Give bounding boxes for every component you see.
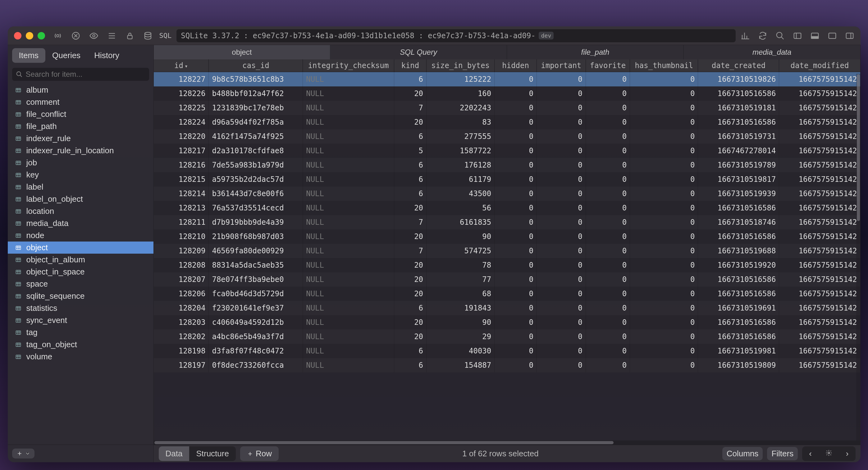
cell-kind[interactable]: 20 [394,287,426,301]
list-icon[interactable] [107,31,117,40]
sidebar-item-object_in_space[interactable]: object_in_space [8,266,153,278]
column-header-date_created[interactable]: date_created [698,59,779,72]
cell-date_created[interactable]: 1667310516586 [698,287,779,301]
cell-size_in_bytes[interactable]: 2202243 [427,101,495,115]
cell-date_modified[interactable]: 1667575915142 [779,158,860,172]
column-header-id[interactable]: id▾ [154,59,209,72]
cell-size_in_bytes[interactable]: 78 [427,258,495,272]
cell-kind[interactable]: 20 [394,229,426,244]
sidebar-item-comment[interactable]: comment [8,96,153,108]
cell-id[interactable]: 128211 [154,215,209,229]
cell-date_created[interactable]: 1667310519826 [698,72,779,86]
cell-size_in_bytes[interactable]: 40030 [427,344,495,358]
cell-integrity_checksum[interactable]: NULL [303,287,394,301]
cell-id[interactable]: 128216 [154,158,209,172]
cell-favorite[interactable]: 0 [586,172,630,186]
cell-has_thumbnail[interactable]: 0 [630,244,698,258]
cell-date_created[interactable]: 1667310516586 [698,315,779,329]
cell-date_modified[interactable]: 1667575915142 [779,287,860,301]
panel-right-icon[interactable] [845,31,854,40]
cell-cas_id[interactable]: 78e074ff3ba9ebe0 [209,272,303,287]
cell-size_in_bytes[interactable]: 68 [427,287,495,301]
cell-id[interactable]: 128207 [154,272,209,287]
cell-hidden[interactable]: 0 [495,201,537,215]
table-row[interactable]: 12820888314a5dac5aeb35NULL20780000166731… [154,258,861,272]
cell-hidden[interactable]: 0 [495,144,537,158]
cell-cas_id[interactable]: d3fa8f07f48c0472 [209,344,303,358]
cell-kind[interactable]: 20 [394,315,426,329]
cell-date_created[interactable]: 1667310518746 [698,215,779,229]
cell-cas_id[interactable]: 21b908f68b987d03 [209,229,303,244]
cell-id[interactable]: 128226 [154,86,209,101]
cell-date_modified[interactable]: 1667575915142 [779,272,860,287]
cell-favorite[interactable]: 0 [586,258,630,272]
cell-integrity_checksum[interactable]: NULL [303,144,394,158]
table-row[interactable]: 128204f230201641ef9e37NULL61918430000166… [154,301,861,315]
cell-favorite[interactable]: 0 [586,129,630,144]
cell-id[interactable]: 128215 [154,172,209,186]
sidebar-item-tag[interactable]: tag [8,326,153,339]
cell-size_in_bytes[interactable]: 160 [427,86,495,101]
cell-important[interactable]: 0 [536,158,586,172]
search-icon[interactable] [775,31,785,40]
cell-favorite[interactable]: 0 [586,229,630,244]
zoom-window-button[interactable] [38,32,45,39]
cell-size_in_bytes[interactable]: 176128 [427,158,495,172]
sidebar-tab-queries[interactable]: Queries [45,48,87,63]
cell-hidden[interactable]: 0 [495,329,537,344]
cell-hidden[interactable]: 0 [495,72,537,86]
minimize-window-button[interactable] [26,32,33,39]
cell-date_modified[interactable]: 1667575915142 [779,186,860,201]
cell-favorite[interactable]: 0 [586,329,630,344]
sidebar-search[interactable] [12,68,149,81]
cell-date_modified[interactable]: 1667575915142 [779,86,860,101]
cell-date_created[interactable]: 1667310519939 [698,186,779,201]
cell-hidden[interactable]: 0 [495,301,537,315]
column-header-integrity_checksum[interactable]: integrity_checksum [303,59,394,72]
cell-cas_id[interactable]: 88314a5dac5aeb35 [209,258,303,272]
close-window-button[interactable] [14,32,22,39]
table-row[interactable]: 1282167de55a983b1a979dNULL61761280000166… [154,158,861,172]
cell-kind[interactable]: 20 [394,329,426,344]
cell-date_modified[interactable]: 1667575915142 [779,329,860,344]
cell-date_modified[interactable]: 1667575915142 [779,244,860,258]
cell-kind[interactable]: 7 [394,215,426,229]
sidebar-tab-items[interactable]: Items [12,48,46,63]
cell-date_modified[interactable]: 1667575915142 [779,344,860,358]
cell-cas_id[interactable]: d7b919bbb9de4a39 [209,215,303,229]
cell-has_thumbnail[interactable]: 0 [630,229,698,244]
table-row[interactable]: 12820946569fa80de00929NULL75747250000166… [154,244,861,258]
cell-hidden[interactable]: 0 [495,258,537,272]
sidebar-item-statistics[interactable]: statistics [8,302,153,314]
cell-integrity_checksum[interactable]: NULL [303,72,394,86]
column-header-size_in_bytes[interactable]: size_in_bytes [427,59,495,72]
cell-favorite[interactable]: 0 [586,186,630,201]
cell-hidden[interactable]: 0 [495,86,537,101]
cell-kind[interactable]: 20 [394,272,426,287]
cell-cas_id[interactable]: f230201641ef9e37 [209,301,303,315]
cell-size_in_bytes[interactable]: 77 [427,272,495,287]
columns-button[interactable]: Columns [722,447,763,460]
cell-id[interactable]: 128209 [154,244,209,258]
cell-id[interactable]: 128210 [154,229,209,244]
table-row[interactable]: 1282279b8c578b3651c8b3NULL61252220000166… [154,72,861,86]
sidebar-item-label[interactable]: label [8,181,153,193]
table-row[interactable]: 128226b488bbf012a47f62NULL20160000016673… [154,86,861,101]
table-scroll[interactable]: id▾cas_idintegrity_checksumkindsize_in_b… [154,59,861,440]
cell-integrity_checksum[interactable]: NULL [303,329,394,344]
horizontal-scrollbar[interactable] [154,440,861,445]
cell-favorite[interactable]: 0 [586,215,630,229]
cell-date_modified[interactable]: 1667575915142 [779,129,860,144]
cell-important[interactable]: 0 [536,144,586,158]
cell-has_thumbnail[interactable]: 0 [630,172,698,186]
cell-cas_id[interactable]: d96a59d4f02f785a [209,115,303,129]
cell-important[interactable]: 0 [536,115,586,129]
cell-date_created[interactable]: 1667310519731 [698,129,779,144]
filters-button[interactable]: Filters [767,447,798,460]
cell-has_thumbnail[interactable]: 0 [630,201,698,215]
cell-integrity_checksum[interactable]: NULL [303,229,394,244]
sidebar-item-volume[interactable]: volume [8,351,153,363]
cell-hidden[interactable]: 0 [495,272,537,287]
cell-has_thumbnail[interactable]: 0 [630,301,698,315]
column-header-important[interactable]: important [536,59,586,72]
